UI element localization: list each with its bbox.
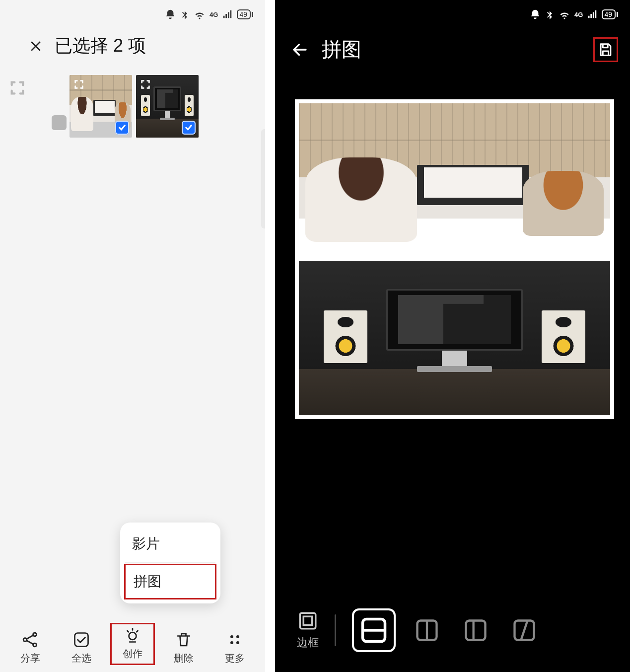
share-label: 分享 xyxy=(20,652,40,665)
action-bar: 分享 全选 创作 删除 更多 xyxy=(0,623,265,665)
frame-label: 边框 xyxy=(297,635,319,650)
battery-indicator: 49 xyxy=(602,9,618,19)
panel-divider xyxy=(265,0,275,672)
svg-point-6 xyxy=(236,635,239,638)
side-handle[interactable] xyxy=(261,129,265,228)
svg-point-7 xyxy=(230,641,233,644)
scan-icon xyxy=(9,79,26,96)
create-label: 创作 xyxy=(123,647,142,661)
thumbnail-1[interactable] xyxy=(70,75,132,138)
divider xyxy=(335,614,336,646)
scan-icon xyxy=(73,79,84,90)
svg-rect-9 xyxy=(300,613,316,629)
collage-cell-1[interactable] xyxy=(299,103,610,257)
bluetooth-icon xyxy=(180,9,190,19)
svg-rect-13 xyxy=(466,621,486,640)
selection-screen: 4G 49 已选择 2 项 xyxy=(0,0,265,672)
layout-vertical-split-left[interactable] xyxy=(458,613,493,648)
svg-rect-10 xyxy=(303,616,312,625)
back-button[interactable] xyxy=(290,40,310,60)
collage-title: 拼图 xyxy=(322,36,581,63)
signal-icon xyxy=(222,9,233,20)
collage-screen: 4G 49 拼图 边框 xyxy=(275,0,630,672)
thumbnail-2[interactable] xyxy=(136,75,199,138)
collage-canvas[interactable] xyxy=(295,99,614,419)
more-label: 更多 xyxy=(225,652,245,665)
battery-indicator: 49 xyxy=(237,9,253,19)
network-label: 4G xyxy=(210,11,218,18)
menu-item-movie[interactable]: 影片 xyxy=(120,525,220,562)
svg-point-5 xyxy=(230,635,233,638)
delete-button[interactable]: 删除 xyxy=(161,628,206,665)
wifi-icon xyxy=(559,8,570,20)
layout-vertical-split[interactable] xyxy=(410,613,444,648)
collage-header: 拼图 xyxy=(275,29,630,68)
checkmark-icon[interactable] xyxy=(182,121,196,135)
alarm-icon xyxy=(165,9,176,20)
create-button[interactable]: 创作 xyxy=(110,623,155,665)
svg-point-0 xyxy=(23,638,27,642)
svg-point-4 xyxy=(129,632,136,640)
frame-button[interactable]: 边框 xyxy=(297,610,319,650)
delete-label: 删除 xyxy=(174,652,194,665)
alarm-icon xyxy=(530,9,541,20)
svg-point-2 xyxy=(33,643,37,647)
select-all-label: 全选 xyxy=(71,652,91,665)
svg-point-1 xyxy=(33,633,37,636)
network-label: 4G xyxy=(574,11,583,18)
status-bar-right: 4G 49 xyxy=(275,0,630,29)
select-all-button[interactable]: 全选 xyxy=(59,628,104,665)
close-button[interactable] xyxy=(27,37,45,55)
thumbnail-row xyxy=(0,75,265,138)
empty-checkbox[interactable] xyxy=(52,115,67,130)
status-bar-left: 4G 49 xyxy=(0,0,265,29)
save-button[interactable] xyxy=(593,37,618,62)
svg-rect-3 xyxy=(75,633,88,647)
layout-options: 边框 xyxy=(275,608,630,652)
layout-diagonal[interactable] xyxy=(507,613,542,648)
signal-icon xyxy=(587,9,598,20)
layout-horizontal-split[interactable] xyxy=(352,608,396,652)
share-button[interactable]: 分享 xyxy=(8,628,53,665)
selection-title: 已选择 2 项 xyxy=(55,34,146,58)
divider xyxy=(125,562,215,563)
scan-icon xyxy=(140,79,151,90)
selection-header: 已选择 2 项 xyxy=(0,29,265,75)
collage-cell-2[interactable] xyxy=(299,261,610,415)
checkmark-icon[interactable] xyxy=(115,121,129,135)
create-menu: 影片 拼图 xyxy=(120,523,220,603)
bluetooth-icon xyxy=(545,9,555,19)
more-button[interactable]: 更多 xyxy=(212,628,257,665)
wifi-icon xyxy=(194,8,206,20)
menu-item-collage[interactable]: 拼图 xyxy=(124,564,216,599)
svg-point-8 xyxy=(236,641,239,644)
